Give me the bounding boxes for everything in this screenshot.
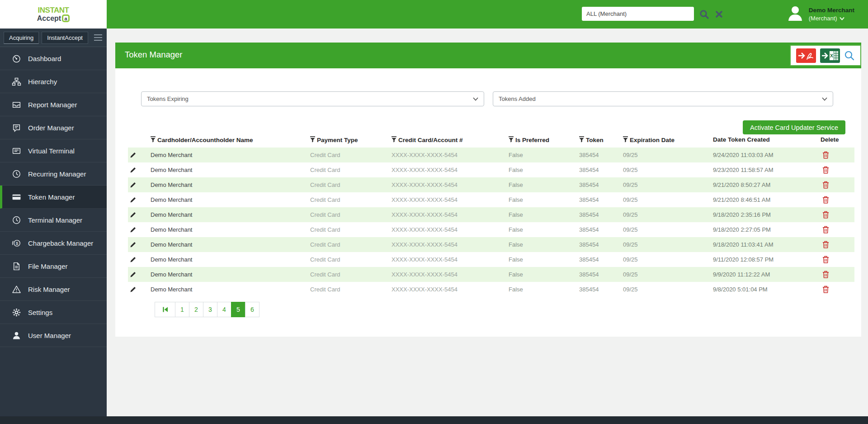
sidebar-item-file-manager[interactable]: File Manager: [0, 255, 107, 278]
cell-token: 385454: [579, 237, 623, 252]
sidebar-item-label: User Manager: [28, 332, 71, 339]
cell-expiration: 09/25: [623, 237, 713, 252]
column-header-name[interactable]: Cardholder/Accountholder Name: [151, 134, 310, 148]
export-pdf-icon[interactable]: [796, 48, 816, 63]
filter-funnel-icon[interactable]: [509, 137, 514, 144]
cell-token: 385454: [579, 222, 623, 237]
edit-token-button[interactable]: [128, 285, 138, 294]
pagination: 123456: [155, 302, 259, 317]
sidebar-item-user-manager[interactable]: User Manager: [0, 324, 107, 347]
filter-funnel-icon[interactable]: [623, 137, 628, 144]
cell-expiration: 09/25: [623, 192, 713, 207]
sidebar-item-token-manager[interactable]: Token Manager: [0, 186, 107, 209]
filter-funnel-icon[interactable]: [579, 137, 584, 144]
page-button-5[interactable]: 5: [231, 302, 245, 317]
tokens-expiring-select[interactable]: Tokens Expiring: [141, 91, 484, 106]
tokens-table: Cardholder/Accountholder NamePayment Typ…: [128, 134, 854, 297]
cell-preferred: False: [509, 282, 579, 297]
page-button-6[interactable]: 6: [245, 302, 259, 317]
column-header-payment_type[interactable]: Payment Type: [310, 134, 392, 148]
sidebar-item-settings[interactable]: Settings: [0, 301, 107, 324]
delete-token-button[interactable]: [821, 225, 831, 234]
edit-token-button[interactable]: [128, 181, 138, 189]
user-role: (Merchant): [809, 14, 837, 23]
export-excel-icon[interactable]: X: [820, 48, 840, 63]
user-menu[interactable]: Demo Merchant (Merchant): [786, 4, 854, 25]
module-tabs: Acquiring InstantAccept: [0, 29, 107, 47]
sidebar-item-order-manager[interactable]: Order Manager: [0, 116, 107, 139]
filter-funnel-icon[interactable]: [151, 137, 156, 144]
column-header-token[interactable]: Token: [579, 134, 623, 148]
sidebar: INSTANT Accepta Acquiring InstantAccept …: [0, 0, 107, 416]
sidebar-item-terminal-manager[interactable]: Terminal Manager: [0, 209, 107, 232]
bottom-bar: [0, 416, 868, 424]
column-header-delete: Delete: [821, 134, 854, 148]
sidebar-item-chargeback-manager[interactable]: $Chargeback Manager: [0, 232, 107, 255]
sidebar-item-recurring-manager[interactable]: Recurring Manager: [0, 162, 107, 186]
grid-search-icon[interactable]: [844, 50, 855, 61]
cell-preferred: False: [509, 267, 579, 282]
sidebar-item-risk-manager[interactable]: Risk Manager: [0, 278, 107, 301]
sidebar-item-label: Token Manager: [28, 193, 75, 201]
edit-token-button[interactable]: [128, 151, 138, 159]
cell-account: XXXX-XXXX-XXXX-5454: [392, 192, 509, 207]
cell-account: XXXX-XXXX-XXXX-5454: [392, 148, 509, 162]
sidebar-item-virtual-terminal[interactable]: Virtual Terminal: [0, 139, 107, 162]
cell-payment_type: Credit Card: [310, 252, 392, 267]
column-header-preferred[interactable]: Is Preferred: [509, 134, 579, 148]
delete-token-button[interactable]: [821, 165, 831, 175]
edit-token-button[interactable]: [128, 240, 138, 249]
filter-funnel-icon[interactable]: [392, 137, 396, 144]
tab-acquiring[interactable]: Acquiring: [4, 32, 39, 44]
edit-token-button[interactable]: [128, 255, 138, 264]
sidebar-item-dashboard[interactable]: Dashboard: [0, 47, 107, 70]
clock-icon: [12, 169, 21, 179]
cell-token: 385454: [579, 148, 623, 162]
svg-text:$: $: [16, 241, 19, 246]
first-page-button[interactable]: [155, 302, 175, 317]
cell-account: XXXX-XXXX-XXXX-5454: [392, 207, 509, 222]
cell-preferred: False: [509, 222, 579, 237]
cell-account: XXXX-XXXX-XXXX-5454: [392, 162, 509, 177]
delete-token-button[interactable]: [821, 210, 831, 219]
delete-token-button[interactable]: [821, 255, 831, 264]
delete-token-button[interactable]: [821, 195, 831, 205]
sidebar-item-report-manager[interactable]: Report Manager: [0, 93, 107, 116]
delete-token-button[interactable]: [821, 285, 831, 294]
menu-toggle-icon[interactable]: [93, 33, 103, 42]
column-header-created: Date Token Created: [713, 134, 821, 148]
logo-text-instant: INSTANT: [38, 6, 69, 14]
column-header-edit: [128, 134, 151, 148]
edit-token-button[interactable]: [128, 270, 138, 279]
delete-token-button[interactable]: [821, 240, 831, 249]
search-icon[interactable]: [699, 9, 710, 22]
edit-token-button[interactable]: [128, 195, 138, 204]
column-header-expiration[interactable]: Expiration Date: [623, 134, 713, 148]
clear-search-icon[interactable]: [715, 10, 723, 20]
page-button-1[interactable]: 1: [175, 302, 189, 317]
cell-created: 9/21/2020 8:50:27 AM: [713, 177, 821, 192]
activate-card-updater-button[interactable]: Activate Card Updater Service: [743, 120, 845, 134]
column-header-account[interactable]: Credit Card/Account #: [392, 134, 509, 148]
tab-instantaccept[interactable]: InstantAccept: [42, 32, 88, 44]
merchant-search-input[interactable]: [582, 7, 694, 21]
page-button-2[interactable]: 2: [189, 302, 203, 317]
cell-name: Demo Merchant: [151, 252, 310, 267]
cell-token: 385454: [579, 192, 623, 207]
delete-token-button[interactable]: [821, 270, 831, 279]
edit-token-button[interactable]: [128, 166, 138, 174]
cell-name: Demo Merchant: [151, 267, 310, 282]
edit-token-button[interactable]: [128, 210, 138, 219]
cell-payment_type: Credit Card: [310, 282, 392, 297]
cell-name: Demo Merchant: [151, 222, 310, 237]
sidebar-item-hierarchy[interactable]: Hierarchy: [0, 70, 107, 93]
delete-token-button[interactable]: [821, 180, 831, 190]
edit-token-button[interactable]: [128, 225, 138, 234]
filter-funnel-icon[interactable]: [310, 137, 315, 144]
cell-created: 9/9/2020 11:12:22 AM: [713, 267, 821, 282]
cell-expiration: 09/25: [623, 177, 713, 192]
tokens-added-select[interactable]: Tokens Added: [493, 91, 833, 106]
delete-token-button[interactable]: [821, 150, 831, 160]
page-button-3[interactable]: 3: [203, 302, 217, 317]
page-button-4[interactable]: 4: [217, 302, 231, 317]
